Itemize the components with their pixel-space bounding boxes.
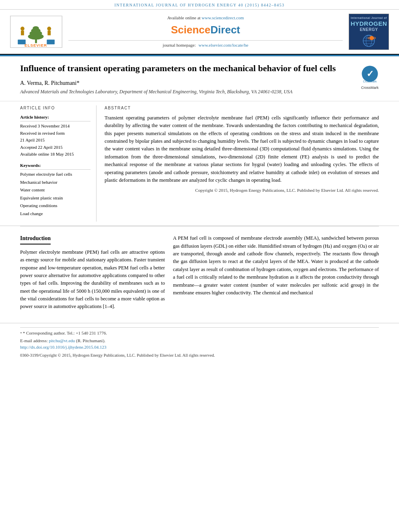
footer-email-note: (R. Pitchumani). xyxy=(76,338,105,343)
journal-citation: INTERNATIONAL JOURNAL OF HYDROGEN ENERGY… xyxy=(114,3,284,7)
article-affiliation: Advanced Materials and Technologies Labo… xyxy=(20,88,357,95)
available-online-text: Available online at www.sciencedirect.co… xyxy=(68,15,343,21)
elsevier-logo-container: ELSEVIER xyxy=(8,16,64,48)
journal-homepage-label: journal homepage: xyxy=(163,43,196,47)
article-authors: A. Verma, R. Pitchumani* xyxy=(20,79,357,87)
authors-text: A. Verma, R. Pitchumani* xyxy=(20,80,80,86)
svg-rect-9 xyxy=(47,31,51,35)
svg-rect-7 xyxy=(21,31,24,35)
keyword-4: Equivalent plastic strain xyxy=(20,195,90,201)
keyword-6: Load change xyxy=(20,210,90,217)
corresponding-label: * Corresponding author. xyxy=(23,331,66,335)
keyword-1: Polymer electrolyte fuel cells xyxy=(20,171,90,178)
keyword-5: Operating conditions xyxy=(20,202,90,209)
journal-cover-container: International Journal of HYDROGEN ENERGY xyxy=(347,14,391,50)
journal-cover-image: International Journal of HYDROGEN ENERGY xyxy=(349,14,389,50)
svg-text:CrossMark: CrossMark xyxy=(363,80,377,83)
received-revised-label: Received in revised form xyxy=(20,130,90,137)
footer-doi-line: http://dx.doi.org/10.1016/j.ijhydene.201… xyxy=(20,344,379,350)
journal-cover-title: International Journal of HYDROGEN ENERGY xyxy=(351,16,387,32)
abstract-section: ABSTRACT Transient operating parameters … xyxy=(105,105,379,222)
article-history-group: Article history: Received 3 November 201… xyxy=(20,114,90,158)
footer-doi-link[interactable]: http://dx.doi.org/10.1016/j.ijhydene.201… xyxy=(20,345,107,349)
elsevier-logo: ELSEVIER xyxy=(8,16,64,48)
intro-para-1-text: Polymer electrolyte membrane (PEM) fuel … xyxy=(20,249,165,310)
elsevier-image: ELSEVIER xyxy=(10,16,62,48)
sciencedirect-url[interactable]: www.sciencedirect.com xyxy=(202,15,244,20)
direct-word: Direct xyxy=(210,24,240,36)
crossmark-badge[interactable]: ✓ CrossMark CrossMark xyxy=(361,65,379,83)
intro-para-2-text: A PEM fuel cell is composed of membrane … xyxy=(173,235,379,296)
svg-text:ELSEVIER: ELSEVIER xyxy=(25,43,47,47)
introduction-right: A PEM fuel cell is composed of membrane … xyxy=(173,234,379,315)
accepted-date: Accepted 22 April 2015 xyxy=(20,144,90,151)
footer-email-link[interactable]: pitchu@vt.edu xyxy=(49,338,75,343)
keyword-3: Water content xyxy=(20,187,90,193)
svg-text:✓: ✓ xyxy=(366,69,374,79)
intro-paragraph-2: A PEM fuel cell is composed of membrane … xyxy=(173,234,379,297)
science-word: Science xyxy=(171,24,210,36)
svg-point-6 xyxy=(21,27,25,31)
page: INTERNATIONAL JOURNAL OF HYDROGEN ENERGY… xyxy=(0,0,399,532)
footer-issn: 0360-3199/Copyright © 2015, Hydrogen Ene… xyxy=(20,353,379,359)
main-content: Introduction Polymer electrolyte membran… xyxy=(0,226,399,323)
journal-cover-globe-icon xyxy=(361,34,377,48)
crossmark-icon: ✓ CrossMark xyxy=(361,65,379,83)
article-title-text: Influence of transient operating paramet… xyxy=(20,63,357,97)
header-center: Available online at www.sciencedirect.co… xyxy=(68,15,343,48)
keyword-2: Mechanical behavior xyxy=(20,179,90,186)
svg-point-5 xyxy=(33,26,39,30)
footer-email-line: E-mail address: pitchu@vt.edu (R. Pitchu… xyxy=(20,338,379,344)
article-info-column: ARTICLE INFO Article history: Received 3… xyxy=(20,105,97,222)
article-title-section: Influence of transient operating paramet… xyxy=(0,56,399,101)
article-info-label: ARTICLE INFO xyxy=(20,105,90,111)
keywords-group: Keywords: Polymer electrolyte fuel cells… xyxy=(20,162,90,217)
keywords-label: Keywords: xyxy=(20,162,90,170)
abstract-text: Transient operating parameters of polyme… xyxy=(105,114,379,184)
intro-paragraph-1: Polymer electrolyte membrane (PEM) fuel … xyxy=(20,249,165,311)
sciencedirect-brand: ScienceDirect xyxy=(68,23,343,37)
introduction-title: Introduction xyxy=(20,234,51,244)
footer: * * Corresponding author. Tel.: +1 540 2… xyxy=(0,323,399,363)
abstract-label: ABSTRACT xyxy=(105,105,379,111)
journal-homepage-url[interactable]: www.elsevier.com/locate/he xyxy=(199,43,249,47)
footer-corresponding: * * Corresponding author. Tel.: +1 540 2… xyxy=(20,330,379,336)
copyright-text: Copyright © 2015, Hydrogen Energy Public… xyxy=(105,187,379,193)
introduction-left: Introduction Polymer electrolyte membran… xyxy=(20,234,165,315)
journal-cover-big: HYDROGEN xyxy=(351,20,387,27)
received-date: Received 3 November 2014 xyxy=(20,123,90,129)
svg-rect-11 xyxy=(47,40,55,45)
affiliation-text: Advanced Materials and Technologies Labo… xyxy=(20,89,292,94)
article-main-title: Influence of transient operating paramet… xyxy=(20,63,357,74)
footer-content: * * Corresponding author. Tel.: +1 540 2… xyxy=(20,327,379,359)
footer-tel: Tel.: +1 540 231 1776. xyxy=(67,331,107,335)
svg-point-18 xyxy=(370,36,374,40)
svg-point-8 xyxy=(47,27,51,31)
journal-banner: INTERNATIONAL JOURNAL OF HYDROGEN ENERGY… xyxy=(0,0,399,10)
journal-homepage-line: journal homepage: www.elsevier.com/locat… xyxy=(68,40,343,48)
received-revised-date: 21 April 2015 xyxy=(20,137,90,144)
crossmark-label: CrossMark xyxy=(361,85,379,90)
article-body: ARTICLE INFO Article history: Received 3… xyxy=(0,101,399,226)
journal-cover-energy: ENERGY xyxy=(351,27,387,32)
article-history-title: Article history: xyxy=(20,114,90,121)
asterisk-mark: * xyxy=(20,331,23,335)
header: ELSEVIER Available online at www.science… xyxy=(0,10,399,55)
available-online-date: Available online 18 May 2015 xyxy=(20,151,90,158)
